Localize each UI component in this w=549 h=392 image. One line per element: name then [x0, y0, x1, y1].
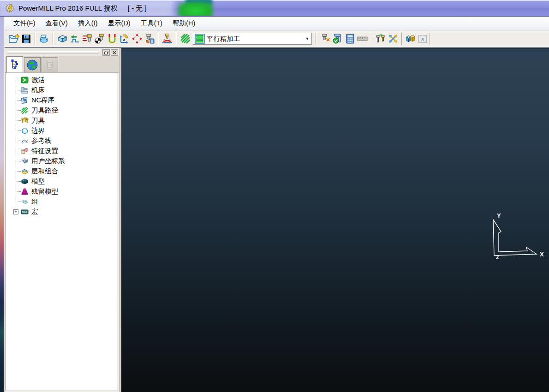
tree-item-nc-programs[interactable]: NC程序 [10, 95, 118, 105]
postprocess-icon [144, 33, 155, 44]
block-button[interactable] [56, 32, 68, 46]
pattern-icon [131, 33, 143, 44]
cancel-toolpath-button[interactable] [319, 32, 331, 46]
tree-item-workplanes[interactable]: 用户坐标系 [10, 156, 118, 166]
tree-item-models[interactable]: 模型 [10, 176, 118, 186]
explorer-panel: 激活 机床 [5, 48, 119, 392]
dropdown-arrow-icon[interactable]: ▼ [303, 33, 311, 44]
rapid-heights-button[interactable] [81, 32, 93, 46]
title-bar[interactable]: PowerMILL Pro 2016 FULL 授权 [ - 无 ] [0, 0, 549, 17]
feed-rate-button[interactable] [68, 32, 81, 46]
start-point-icon [94, 33, 105, 44]
print-icon [39, 33, 50, 44]
patterns-icon [21, 137, 29, 145]
print-button[interactable] [38, 32, 50, 46]
tree-item-patterns[interactable]: 参考线 [10, 136, 118, 146]
panel-grip-handle[interactable] [7, 51, 99, 54]
calculator-button[interactable] [344, 32, 356, 46]
pattern-button[interactable] [131, 32, 143, 46]
toolbar-separator [158, 33, 159, 45]
workplanes-icon [21, 157, 29, 165]
tree-item-toolpaths[interactable]: 刀具路径 [10, 105, 118, 115]
panel-float-button[interactable] [102, 49, 110, 56]
toolbar-close-button[interactable]: x [418, 35, 427, 43]
tree-item-boundaries[interactable]: 边界 [10, 125, 118, 136]
toolbar-separator [176, 33, 177, 45]
toolbar-separator [316, 33, 316, 45]
calculate-check-icon [332, 33, 343, 44]
menu-help[interactable]: 帮助(H) [167, 17, 200, 30]
menu-display[interactable]: 显示(D) [103, 17, 136, 30]
globe-icon [26, 59, 38, 71]
plunge-button[interactable] [161, 32, 173, 46]
explorer-tabs [5, 56, 119, 73]
models-icon [21, 178, 29, 185]
menu-file[interactable]: 文件(F) [8, 17, 41, 30]
macros-expand-toggle[interactable]: + [13, 209, 18, 214]
rapid-heights-icon [82, 33, 93, 44]
axis-label-z: Z [496, 254, 499, 261]
menu-view[interactable]: 查看(V) [41, 17, 73, 30]
explorer-tree: 激活 机床 [6, 73, 118, 391]
toolbar-separator [35, 33, 36, 45]
powermill-window: PowerMILL Pro 2016 FULL 授权 [ - 无 ] 文件(F)… [0, 0, 549, 392]
tree-item-levels-sets[interactable]: 层和组合 [10, 166, 118, 176]
tree-item-feature-sets[interactable]: 特征设置 [10, 146, 118, 156]
nc-programs-icon [21, 96, 29, 104]
cancel-toolpath-icon [320, 33, 331, 44]
workplane-edit-icon [119, 33, 130, 44]
tree-item-machine-tools[interactable]: 机床 [10, 85, 118, 95]
measure-button[interactable] [356, 32, 369, 46]
calculate-button[interactable] [331, 32, 344, 46]
close-x-icon: x [421, 36, 424, 42]
ruler-icon [357, 33, 368, 45]
tree-item-stock-models[interactable]: 残留模型 [10, 186, 118, 196]
tools-icon [21, 117, 29, 125]
menu-insert[interactable]: 插入(I) [73, 17, 103, 30]
levels-sets-icon [21, 167, 29, 175]
recycle-bin-tab[interactable] [42, 57, 58, 72]
menu-tools[interactable]: 工具(T) [136, 17, 168, 30]
save-project-button[interactable] [20, 32, 32, 46]
main-toolbar: 平行精加工 ▼ [5, 30, 549, 48]
toolpath-strategies-button[interactable] [179, 32, 191, 46]
panel-close-button[interactable] [111, 49, 118, 56]
groups-icon [21, 198, 29, 206]
feed-rate-icon [69, 33, 80, 44]
tree-item-macros[interactable]: + 宏 [10, 207, 118, 217]
save-icon [21, 34, 31, 44]
toolbar-separator [371, 33, 372, 45]
calculator-icon [345, 34, 355, 44]
project-name: [ - 无 ] [128, 4, 147, 13]
leads-links-button[interactable] [106, 32, 118, 46]
active-strategy-selector[interactable]: 平行精加工 ▼ [193, 33, 312, 45]
active-strategy-value: 平行精加工 [205, 35, 303, 43]
blocks-view-button[interactable] [405, 32, 417, 46]
toolbar-separator [429, 33, 430, 45]
explorer-panel-header [5, 48, 119, 56]
workplane-edit-button[interactable] [118, 32, 131, 46]
axis-label-y: Y [497, 213, 501, 219]
powermill-app-icon [6, 4, 15, 13]
open-project-button[interactable] [7, 32, 20, 46]
crossed-arrows-button[interactable] [387, 32, 399, 46]
toolpath-compare-button[interactable] [374, 32, 387, 46]
stock-models-icon [21, 188, 29, 196]
machine-tool-icon [21, 86, 29, 94]
boundaries-icon [21, 127, 29, 135]
web-tab[interactable] [24, 57, 41, 72]
macros-icon [21, 208, 29, 216]
menu-bar: 文件(F) 查看(V) 插入(I) 显示(D) 工具(T) 帮助(H) [5, 17, 549, 30]
postprocess-button[interactable] [143, 32, 155, 46]
tree-item-tools[interactable]: 刀具 [10, 115, 118, 125]
crossed-arrows-icon [388, 33, 399, 44]
start-point-button[interactable] [93, 32, 106, 46]
explorer-tree-tab[interactable] [6, 56, 23, 72]
activate-icon [21, 76, 29, 84]
axis-triad: Y X Z [486, 213, 547, 265]
tree-item-groups[interactable]: 组 [10, 196, 118, 207]
desktop-icon-reflection-green [178, 2, 213, 17]
blocks-icon [405, 33, 417, 45]
tree-item-active[interactable]: 激活 [10, 75, 118, 85]
graphics-viewport[interactable]: Y X Z [121, 48, 549, 392]
